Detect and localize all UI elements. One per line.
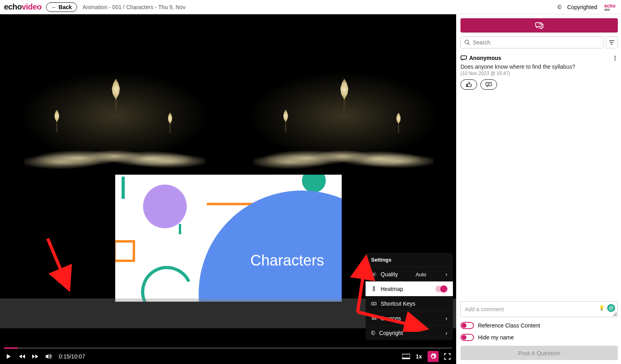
keyboard-icon xyxy=(371,301,377,306)
post-author: Anonymous xyxy=(469,55,501,61)
discussion-tab[interactable] xyxy=(460,18,618,33)
svg-point-2 xyxy=(373,273,375,275)
hide-name-label: Hide my name xyxy=(478,334,514,341)
chevron-right-icon: › xyxy=(445,271,447,277)
brand-badge[interactable]: echo360 xyxy=(603,2,617,12)
copyright-icon: © xyxy=(557,4,561,10)
settings-quality[interactable]: Quality Auto › xyxy=(366,267,453,281)
slide-feed[interactable]: Characters xyxy=(115,175,342,302)
attach-icon[interactable]: @ xyxy=(607,304,615,312)
reference-label: Reference Class Content xyxy=(478,322,540,329)
chat-icon xyxy=(535,22,544,29)
post-meta: (10 Nov 2023 @ 15:47) xyxy=(460,71,618,76)
copyright-label: Copyrighted xyxy=(567,4,597,10)
player-area: Characters 0:15/10:07 xyxy=(0,14,456,364)
play-icon[interactable] xyxy=(6,353,12,360)
search-input[interactable] xyxy=(473,39,600,46)
settings-shortcuts[interactable]: Shortcut Keys xyxy=(366,296,453,311)
rewind-icon[interactable] xyxy=(18,354,25,359)
fullscreen-icon[interactable] xyxy=(444,353,451,360)
search-input-wrapper[interactable] xyxy=(460,37,604,48)
comment-input[interactable]: Add a comment 💡 @ xyxy=(460,301,618,317)
settings-sources[interactable]: Sources › xyxy=(366,311,453,325)
chevron-right-icon: › xyxy=(445,330,447,336)
settings-copyright[interactable]: © Copyright › xyxy=(366,325,453,340)
forward-icon[interactable] xyxy=(32,354,39,359)
settings-icon[interactable] xyxy=(428,351,439,362)
settings-popup: Settings Quality Auto › Heatmap xyxy=(366,253,453,340)
video-feed-1[interactable] xyxy=(2,46,228,173)
layout-icon[interactable] xyxy=(402,354,410,359)
reply-button[interactable] xyxy=(480,79,497,90)
post-question-button[interactable]: Post A Question xyxy=(460,346,618,360)
arrow-left-icon: ← xyxy=(51,4,57,10)
resize-handle[interactable] xyxy=(613,312,617,316)
filter-icon xyxy=(609,40,615,45)
post-body: Does anyone know where to find the sylla… xyxy=(460,64,618,70)
svg-line-8 xyxy=(468,43,470,45)
reply-icon xyxy=(486,82,492,87)
app-logo: echovideo xyxy=(4,2,41,12)
post-menu-icon[interactable]: ⋮ xyxy=(612,55,618,61)
thumbs-up-icon xyxy=(466,82,472,87)
back-button[interactable]: ← Back xyxy=(46,2,77,12)
video-feed-2[interactable] xyxy=(230,46,456,173)
reference-toggle[interactable] xyxy=(460,322,474,329)
time-display: 0:15/10:07 xyxy=(59,353,85,360)
copyright-icon: © xyxy=(371,330,375,336)
heatmap-toggle[interactable] xyxy=(435,286,447,292)
search-icon xyxy=(464,39,470,46)
settings-heatmap[interactable]: Heatmap xyxy=(366,281,453,296)
thermometer-icon xyxy=(371,286,377,292)
sources-icon xyxy=(371,316,377,321)
hide-name-toggle[interactable] xyxy=(460,334,474,341)
discussion-post: Anonymous ⋮ Does anyone know where to fi… xyxy=(460,55,618,90)
gear-icon xyxy=(371,272,377,277)
svg-point-7 xyxy=(465,40,468,44)
breadcrumb: Animation - 001 / Characters - Thu 9, No… xyxy=(83,4,186,10)
settings-title: Settings xyxy=(366,253,453,267)
svg-rect-1 xyxy=(402,358,410,359)
idea-icon[interactable]: 💡 xyxy=(598,304,606,312)
volume-icon[interactable] xyxy=(45,353,52,360)
filter-button[interactable] xyxy=(606,37,618,48)
comment-placeholder: Add a comment xyxy=(465,306,504,312)
like-button[interactable] xyxy=(460,79,477,90)
speed-button[interactable]: 1x xyxy=(416,353,422,360)
chevron-right-icon: › xyxy=(445,315,447,322)
svg-rect-3 xyxy=(371,302,376,305)
slide-title: Characters xyxy=(250,252,324,269)
speech-icon xyxy=(460,55,467,61)
